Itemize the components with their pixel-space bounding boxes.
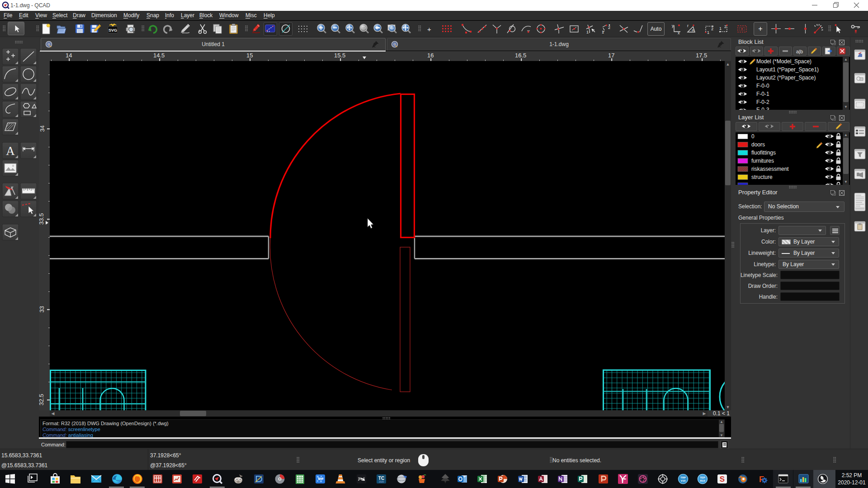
svg-text:1: 1 bbox=[707, 30, 709, 35]
svg-text:Layout1 (*Paper_Space1): Layout1 (*Paper_Space1) bbox=[756, 66, 819, 73]
svg-text:F-0-1: F-0-1 bbox=[756, 91, 769, 97]
svg-text:SM: SM bbox=[318, 477, 323, 480]
svg-text:y: y bbox=[672, 23, 674, 28]
svg-text:TEP: TEP bbox=[700, 476, 705, 479]
svg-text:A: A bbox=[6, 144, 15, 158]
svg-text:fluofittings: fluofittings bbox=[751, 150, 776, 156]
svg-text:R15: R15 bbox=[700, 479, 705, 482]
svg-text:2020: 2020 bbox=[379, 480, 384, 483]
svg-text:2: 2 bbox=[608, 25, 610, 30]
svg-text:F-0-0: F-0-0 bbox=[756, 83, 769, 89]
svg-text:a|b: a|b bbox=[796, 49, 803, 54]
svg-text:F-0-2: F-0-2 bbox=[756, 99, 769, 105]
svg-text:SVG: SVG bbox=[108, 28, 117, 33]
svg-text:structure: structure bbox=[751, 174, 773, 180]
svg-text:+: + bbox=[427, 25, 431, 33]
svg-text:2: 2 bbox=[724, 24, 726, 29]
svg-text:doors: doors bbox=[751, 141, 765, 148]
svg-text:S: S bbox=[720, 475, 725, 483]
svg-text:r: r bbox=[687, 23, 689, 28]
svg-text:1: 1 bbox=[602, 30, 604, 34]
svg-text:a: a bbox=[692, 28, 694, 32]
svg-text:2020-12-01: 2020-12-01 bbox=[838, 479, 866, 486]
svg-text:0: 0 bbox=[751, 133, 755, 140]
svg-text:V15: V15 bbox=[681, 479, 686, 482]
svg-text:furnitures: furnitures bbox=[751, 158, 774, 164]
svg-text:Model (*Model_Space): Model (*Model_Space) bbox=[756, 58, 811, 65]
svg-text:riskassessment: riskassessment bbox=[751, 166, 789, 172]
svg-text:F-0-3: F-0-3 bbox=[756, 107, 769, 110]
svg-text:2:52 PM: 2:52 PM bbox=[842, 472, 862, 479]
svg-text:Layout2 (*Paper_Space): Layout2 (*Paper_Space) bbox=[756, 75, 816, 81]
svg-text:TRP: TRP bbox=[680, 476, 686, 479]
svg-text:1: 1 bbox=[719, 26, 722, 31]
svg-text:1: 1 bbox=[586, 30, 589, 34]
svg-text:x: x bbox=[678, 31, 680, 35]
svg-text:2: 2 bbox=[711, 27, 713, 31]
